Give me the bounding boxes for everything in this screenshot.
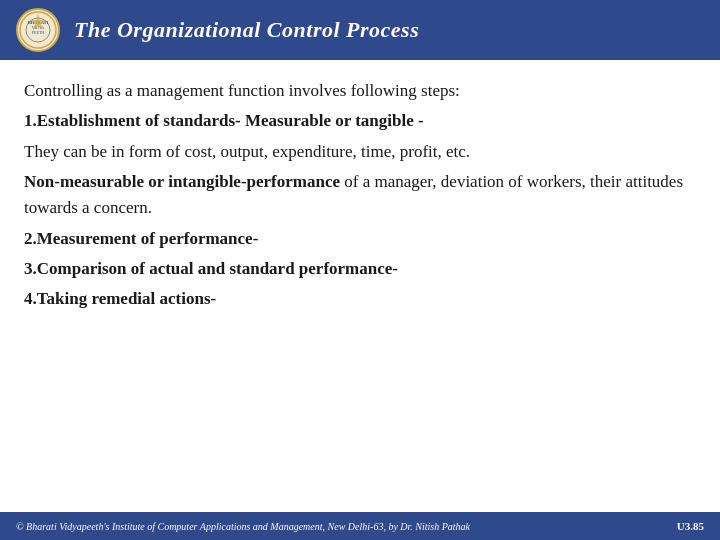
- svg-text:PEETH: PEETH: [32, 30, 45, 35]
- item1-bold: 1.Establishment of standards- Measurable…: [24, 108, 696, 134]
- item4: 3.Comparison of actual and standard perf…: [24, 256, 696, 282]
- logo-area: BHARATI VIDYA PEETH: [16, 8, 60, 52]
- page-container: BHARATI VIDYA PEETH The Organizational C…: [0, 0, 720, 540]
- item4-text: 3.Comparison of actual and standard perf…: [24, 259, 398, 278]
- footer-bar: © Bharati Vidyapeeth's Institute of Comp…: [0, 512, 720, 540]
- item3: 2.Measurement of performance-: [24, 226, 696, 252]
- item3-text: 2.Measurement of performance-: [24, 229, 258, 248]
- intro-paragraph: Controlling as a management function inv…: [24, 78, 696, 104]
- item5: 4.Taking remedial actions-: [24, 286, 696, 312]
- header-bar: BHARATI VIDYA PEETH The Organizational C…: [0, 0, 720, 60]
- item2-bold-text: Non-measurable or intangible-performance: [24, 172, 340, 191]
- page-title: The Organizational Control Process: [74, 17, 419, 43]
- footer-slide-number: U3.85: [677, 520, 704, 532]
- item5-text: 4.Taking remedial actions-: [24, 289, 216, 308]
- footer-copyright: © Bharati Vidyapeeth's Institute of Comp…: [16, 521, 470, 532]
- logo-circle: BHARATI VIDYA PEETH: [16, 8, 60, 52]
- item2: Non-measurable or intangible-performance…: [24, 169, 696, 222]
- item1-text: They can be in form of cost, output, exp…: [24, 139, 696, 165]
- content-body: Controlling as a management function inv…: [24, 78, 696, 502]
- item1-bold-text: 1.Establishment of standards- Measurable…: [24, 111, 424, 130]
- main-content: Controlling as a management function inv…: [0, 60, 720, 512]
- logo-svg: BHARATI VIDYA PEETH: [18, 10, 58, 50]
